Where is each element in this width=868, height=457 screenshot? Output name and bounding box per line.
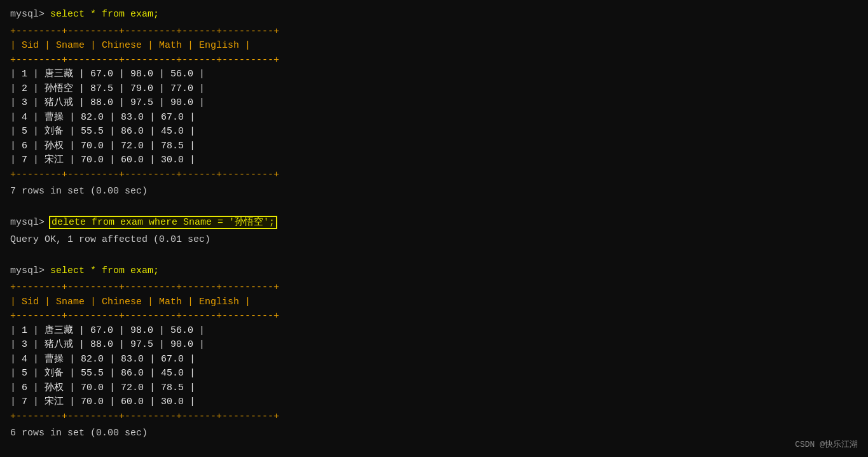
command-1: select * from exam; [50,9,159,20]
table2-row-1: | 1 | 唐三藏 | 67.0 | 98.0 | 56.0 | [10,324,858,339]
table2-row-4: | 5 | 刘备 | 55.5 | 86.0 | 45.0 | [10,367,858,381]
table2-row-3: | 4 | 曹操 | 82.0 | 83.0 | 67.0 | [10,353,858,367]
table2-row-5: | 6 | 孙权 | 70.0 | 72.0 | 78.5 | [10,381,858,396]
table1-row-2: | 2 | 孙悟空 | 87.5 | 79.0 | 77.0 | [10,82,858,97]
table1-row-7: | 7 | 宋江 | 70.0 | 60.0 | 30.0 | [10,153,858,168]
table1-row-1: | 1 | 唐三藏 | 67.0 | 98.0 | 56.0 | [10,67,858,82]
terminal-window: mysql> select * from exam; +--------+---… [10,8,858,441]
prompt-3: mysql> [10,265,50,276]
first-select-section: mysql> select * from exam; [10,8,858,22]
table2-row-2: | 3 | 猪八戒 | 88.0 | 97.5 | 90.0 | [10,338,858,353]
table1-row-4: | 4 | 曹操 | 82.0 | 83.0 | 67.0 | [10,111,858,125]
query-ok-text: Query OK, 1 row affected (0.01 sec) [10,234,210,245]
table1-row-6: | 6 | 孙权 | 70.0 | 72.0 | 78.5 | [10,139,858,154]
table1-sep-bot: +--------+---------+---------+------+---… [10,168,858,183]
query-ok-section: Query OK, 1 row affected (0.01 sec) [10,233,858,248]
table1-sep-top: +--------+---------+---------+------+---… [10,25,858,39]
rows6-label: 6 rows in set (0.00 sec) [10,428,148,439]
prompt-1: mysql> [10,9,50,20]
second-table: +--------+---------+---------+------+---… [10,281,858,424]
second-select-section: mysql> select * from exam; [10,264,858,279]
command-2: select * from exam; [50,265,159,276]
watermark: CSDN @快乐江湖 [795,439,858,451]
delete-section: mysql> delete from exam where Sname = '孙… [10,216,858,230]
row-count-2: 6 rows in set (0.00 sec) [10,426,858,441]
table1-row-3: | 3 | 猪八戒 | 88.0 | 97.5 | 90.0 | [10,96,858,111]
table1-sep-mid: +--------+---------+---------+------+---… [10,53,858,68]
rows7-label: 7 rows in set (0.00 sec) [10,186,148,197]
prompt-2: mysql> [10,217,50,228]
table2-sep-top: +--------+---------+---------+------+---… [10,281,858,295]
table2-sep-mid: +--------+---------+---------+------+---… [10,309,858,324]
row-count-1: 7 rows in set (0.00 sec) [10,185,858,199]
table1-header: | Sid | Sname | Chinese | Math | English… [10,39,858,53]
table2-header: | Sid | Sname | Chinese | Math | English… [10,295,858,310]
table2-sep-bot: +--------+---------+---------+------+---… [10,410,858,425]
table1-row-5: | 5 | 刘备 | 55.5 | 86.0 | 45.0 | [10,125,858,139]
first-table: +--------+---------+---------+------+---… [10,25,858,183]
table2-row-6: | 7 | 宋江 | 70.0 | 60.0 | 30.0 | [10,395,858,410]
delete-command: delete from exam where Sname = '孙悟空'; [50,217,276,228]
